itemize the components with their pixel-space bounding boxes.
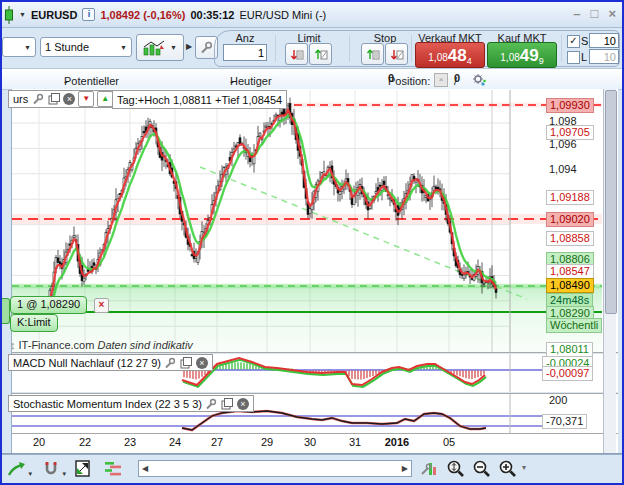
main-toolbar: ▼ 1 Stunde ▼ ▼ ▶ Anz Limit	[2, 29, 622, 67]
time-axis-label: 05	[431, 436, 467, 448]
limit-order-icon	[289, 47, 304, 62]
toolbar-overflow-icon[interactable]: ▾	[522, 463, 526, 472]
stop-distance-input[interactable]	[589, 33, 619, 48]
horizontal-scrollbar[interactable]: ◀ ▶	[138, 460, 412, 477]
buy-market-button[interactable]: 1,08499	[487, 42, 557, 68]
sell-price-big: 48	[448, 45, 467, 67]
close-icon[interactable]: ×	[608, 6, 616, 21]
trading-window: ▼ EURUSD i 1,08492 (-0,16%) 00:35:12 EUR…	[0, 0, 624, 485]
draw-tool-button[interactable]: ▾	[6, 458, 28, 480]
buy-price-small: 1,08	[500, 48, 519, 67]
order-panel: Anz Limit Stop Verkauf MKT 1,08484	[214, 30, 620, 67]
expander-icon[interactable]: ▶	[186, 42, 192, 51]
limit-distance-input[interactable]	[589, 49, 619, 64]
close-pane-icon[interactable]: ×	[63, 93, 75, 105]
time-axis-label: 24	[157, 436, 193, 448]
detach-window-icon[interactable]	[221, 397, 234, 410]
stop-order-icon	[365, 47, 380, 62]
wrench-icon[interactable]	[164, 356, 177, 369]
title-price: 1,08492 (-0,16%)	[100, 9, 185, 21]
wrench-icon	[200, 41, 213, 54]
title-instrument: EUR/USD Mini (-)	[239, 9, 326, 21]
scroll-left-icon[interactable]: ◀	[139, 464, 151, 473]
buy-arrow-icon[interactable]: ▲	[97, 91, 113, 107]
smi-title: Stochastic Momentum Index (22 3 5 3)	[13, 398, 202, 410]
macd-header: MACD Null Nachlauf (12 27 9) ×	[8, 354, 213, 371]
wrench-icon[interactable]	[31, 93, 44, 106]
time-axis-label: 30	[292, 436, 328, 448]
close-position-icon[interactable]: ×	[434, 73, 448, 87]
bottom-toolbar: ▾ ▾ ◀ ▶ ▾	[2, 454, 622, 484]
vertical-scrollbar[interactable]	[603, 89, 616, 453]
check-icon: ✓	[569, 35, 577, 46]
l-label: L	[581, 51, 587, 63]
order-type-label[interactable]: K:Limit	[10, 314, 58, 332]
status-row: Potentieller Gewinn: - Heutiger Gewinn: …	[2, 68, 622, 90]
limit-close-order-button[interactable]	[285, 43, 308, 65]
gear-icon[interactable]	[472, 73, 486, 87]
limit-checkbox[interactable]	[567, 51, 580, 64]
zoom-in-button[interactable]	[496, 458, 518, 480]
close-indicator-icon[interactable]: ×	[237, 398, 249, 410]
sell-arrow-icon[interactable]: ▼	[78, 91, 94, 107]
time-axis-label: 22	[67, 436, 103, 448]
page-layout-button[interactable]	[72, 458, 94, 480]
stop-checkbox[interactable]: ✓	[567, 35, 580, 48]
chevron-down-icon: ▼	[24, 44, 31, 51]
symbol-title: EURUSD	[31, 9, 77, 21]
symbol-menu-caret-icon[interactable]: ▼	[19, 11, 26, 18]
sell-market-button[interactable]: 1,08484	[415, 42, 485, 68]
day-range-label: Tag:+Hoch 1,08811 +Tief 1,08454	[117, 94, 282, 106]
day-range-box: Tag:+Hoch 1,08811 +Tief 1,08454	[112, 90, 287, 109]
price-pane-header: urs × ▼ ▲	[8, 90, 118, 108]
minimize-icon[interactable]: –	[573, 6, 580, 21]
delete-order-icon[interactable]: ×	[94, 298, 109, 313]
chevron-down-icon: ▾	[28, 470, 32, 478]
s-label: S	[581, 35, 588, 47]
stop-open-order-button[interactable]	[385, 43, 408, 65]
title-bar: ▼ EURUSD i 1,08492 (-0,16%) 00:35:12 EUR…	[2, 2, 622, 28]
market-depth-button[interactable]	[102, 458, 124, 480]
stop-close-order-button[interactable]	[361, 43, 384, 65]
order-quantity-label[interactable]: 1 @ 1,08290	[10, 296, 87, 314]
time-axis-label: 29	[249, 436, 285, 448]
wrench-icon[interactable]	[205, 397, 218, 410]
info-icon[interactable]: i	[82, 8, 95, 21]
symbol-select[interactable]: ▼	[2, 37, 36, 57]
buy-price-sup: 9	[539, 55, 544, 67]
watermark: ↕ IT-Finance.com Daten sind indikativ	[10, 339, 193, 351]
zoom-out-button[interactable]	[470, 458, 492, 480]
chevron-down-icon: ▾	[62, 470, 66, 478]
chart-type-button[interactable]: ▼	[136, 34, 184, 61]
position-label: Position: 0	[388, 72, 394, 84]
position-pending-label: / 0	[454, 72, 460, 84]
anz-label: Anz	[221, 32, 269, 44]
close-indicator-icon[interactable]: ×	[196, 357, 208, 369]
time-axis-label: 20	[21, 436, 57, 448]
order-tab[interactable]	[2, 298, 10, 324]
timeframe-value: 1 Stunde	[45, 41, 89, 53]
pane-title: urs	[13, 93, 28, 105]
chart-type-icon	[143, 39, 167, 56]
chevron-down-icon: ▼	[170, 44, 177, 51]
detach-window-icon[interactable]	[180, 356, 193, 369]
scroll-right-icon[interactable]: ▶	[399, 464, 411, 473]
vertical-scrollbar-thumb[interactable]	[605, 90, 617, 314]
magnet-tool-button[interactable]: ▾	[40, 458, 62, 480]
zoom-fit-button[interactable]	[444, 458, 466, 480]
smi-header: Stochastic Momentum Index (22 3 5 3) ×	[8, 395, 254, 412]
timeframe-select[interactable]: 1 Stunde ▼	[40, 37, 132, 57]
resize-icon[interactable]: ↕	[10, 339, 16, 351]
limit-open-order-button[interactable]	[309, 43, 332, 65]
macd-title: MACD Null Nachlauf (12 27 9)	[13, 357, 161, 369]
detach-window-icon[interactable]	[47, 93, 60, 106]
stop-order-new-icon	[389, 47, 404, 62]
chart-settings-button[interactable]	[418, 458, 440, 480]
chevron-down-icon: ▼	[120, 44, 127, 51]
title-time: 00:35:12	[190, 9, 234, 21]
app-candle-icon	[4, 5, 14, 25]
quantity-input[interactable]	[223, 44, 267, 61]
time-axis-label: 27	[199, 436, 235, 448]
maximize-icon[interactable]: □	[591, 6, 599, 21]
time-axis-label: 2016	[379, 436, 415, 448]
